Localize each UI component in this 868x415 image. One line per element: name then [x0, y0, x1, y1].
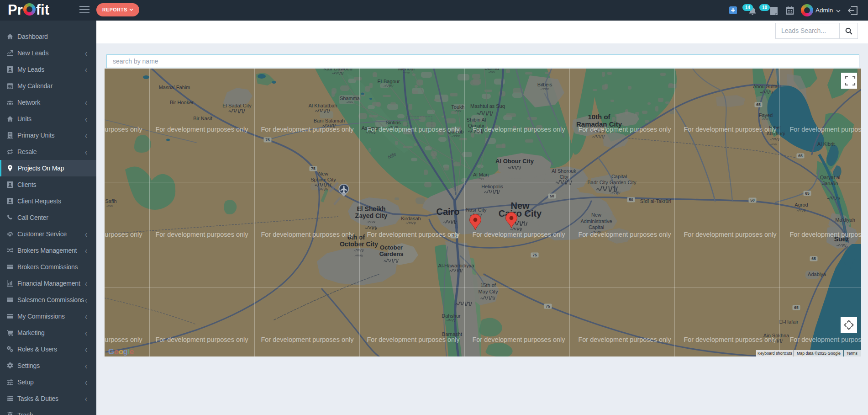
svg-text:For development purposes only: For development purposes only [261, 231, 354, 238]
svg-text:Banha: Banha [484, 69, 500, 71]
svg-text:50: 50 [550, 194, 554, 198]
svg-text:Jana'in: Jana'in [822, 181, 838, 186]
svg-text:El-Hafair: El-Hafair [779, 319, 799, 325]
svg-text:New: New [318, 171, 328, 176]
svg-text:Al-Hawamidiyya: Al-Hawamidiyya [438, 263, 475, 268]
svg-text:50: 50 [629, 197, 633, 202]
svg-text:Sphinx City: Sphinx City [310, 177, 336, 182]
svg-text:October: October [380, 244, 403, 251]
svg-text:For development purposes only: For development purposes only [789, 231, 861, 238]
svg-text:For development purposes only: For development purposes only [684, 126, 777, 133]
svg-text:Al Shorouk: Al Shorouk [552, 168, 576, 174]
svg-text:Safih: Safih [105, 198, 116, 204]
svg-text:Terms: Terms [847, 351, 858, 356]
svg-text:El-Bagour: El-Bagour [378, 79, 400, 84]
svg-text:Administrative: Administrative [580, 218, 612, 224]
svg-text:65: 65 [798, 154, 803, 158]
svg-text:For development purposes only: For development purposes only [261, 126, 354, 133]
svg-text:May City: May City [479, 289, 498, 294]
svg-text:For development purposes only: For development purposes only [261, 336, 354, 343]
svg-text:For development purposes only: For development purposes only [472, 231, 565, 238]
svg-text:For development purposes only: For development purposes only [789, 336, 861, 343]
svg-text:New: New [591, 212, 601, 218]
svg-text:65: 65 [756, 102, 761, 107]
svg-text:For development purposes only: For development purposes only [155, 126, 248, 133]
svg-text:75: 75 [532, 253, 537, 257]
svg-text:Masna' Fahim: Masna' Fahim [159, 85, 190, 90]
svg-text:Al Obour City: Al Obour City [495, 158, 534, 165]
svg-text:For development purposes only: For development purposes only [367, 126, 460, 133]
svg-text:Bir Hooker: Bir Hooker [170, 100, 194, 105]
svg-text:50: 50 [750, 198, 755, 202]
svg-text:Capital: Capital [589, 224, 604, 230]
svg-text:Dahshur: Dahshur [442, 313, 461, 319]
svg-text:Bani Salamah: Bani Salamah [314, 118, 345, 123]
svg-text:Map data ©2025 Google: Map data ©2025 Google [797, 351, 841, 356]
svg-text:Sintiris: Sintiris [385, 120, 401, 125]
svg-text:For development purposes only: For development purposes only [789, 126, 861, 133]
svg-text:Fayed: Fayed [759, 112, 773, 118]
svg-text:Toukh: Toukh [451, 104, 464, 110]
svg-text:For development purposes only: For development purposes only [578, 231, 671, 238]
svg-text:Heliopolis: Heliopolis [481, 184, 503, 189]
svg-text:Keyboard shortcuts: Keyboard shortcuts [758, 351, 792, 356]
svg-text:For development purposes only: For development purposes only [684, 336, 777, 343]
svg-text:City: City [560, 174, 568, 180]
svg-text:Sîdî al-Takrûrî: Sîdî al-Takrûrî [640, 198, 672, 204]
svg-text:For development purposes only: For development purposes only [472, 336, 565, 343]
svg-text:75: 75 [546, 304, 550, 309]
svg-text:Bir Nasif: Bir Nasif [193, 116, 213, 121]
svg-text:Zayed City: Zayed City [355, 212, 388, 219]
svg-text:Gardens: Gardens [379, 250, 404, 257]
svg-text:Cairo City: Cairo City [499, 208, 542, 218]
svg-text:65: 65 [811, 256, 816, 261]
svg-text:For development purposes only: For development purposes only [155, 336, 248, 343]
svg-text:Kirdasah: Kirdasah [401, 216, 421, 221]
svg-text:For development purposes only: For development purposes only [684, 231, 777, 238]
svg-text:75: 75 [311, 166, 316, 171]
svg-text:El Sadat City: El Sadat City [222, 103, 252, 108]
svg-text:Shibin Al: Shibin Al [467, 117, 486, 122]
svg-text:65: 65 [805, 191, 810, 196]
svg-text:Ma'diyah: Ma'diyah [835, 217, 855, 223]
svg-text:For development purposes only: For development purposes only [105, 126, 142, 133]
svg-text:Abou Sultan: Abou Sultan [753, 84, 780, 89]
svg-text:10th of: 10th of [588, 113, 610, 121]
svg-text:Qaryat al: Qaryat al [820, 175, 841, 180]
svg-text:For development purposes only: For development purposes only [367, 336, 460, 343]
svg-text:Al Marj: Al Marj [473, 172, 489, 177]
svg-text:Menouf: Menouf [398, 69, 416, 71]
svg-text:For development purposes only: For development purposes only [578, 336, 671, 343]
svg-text:For development purposes only: For development purposes only [155, 231, 248, 238]
svg-text:Nasr City: Nasr City [466, 207, 487, 213]
svg-text:Cairo: Cairo [436, 207, 459, 217]
svg-text:Bilbeis: Bilbeis [537, 82, 552, 87]
svg-text:For development purposes only: For development purposes only [105, 336, 142, 343]
svg-text:Al Khatatbah: Al Khatatbah [309, 103, 337, 108]
svg-text:75: 75 [265, 138, 270, 142]
svg-text:Al Kibrit: Al Kibrit [817, 141, 835, 147]
svg-text:Adabiya: Adabiya [808, 271, 826, 277]
svg-text:October City: October City [340, 240, 378, 248]
svg-text:For development purposes only: For development purposes only [578, 126, 671, 133]
svg-text:65: 65 [794, 305, 799, 310]
svg-text:For development purposes only: For development purposes only [472, 126, 565, 133]
svg-text:Agrod: Agrod [794, 202, 808, 208]
svg-text:Kafr Dawoud: Kafr Dawoud [323, 69, 352, 71]
svg-text:Mashtul as Suq: Mashtul as Suq [470, 103, 505, 109]
svg-text:Capital: Capital [611, 174, 627, 179]
svg-text:El Sheikh: El Sheikh [357, 205, 385, 213]
svg-text:Google: Google [108, 347, 134, 356]
svg-text:Shamma: Shamma [340, 96, 360, 101]
svg-text:For development purposes only: For development purposes only [105, 231, 142, 238]
svg-text:For development purposes only: For development purposes only [367, 231, 460, 238]
